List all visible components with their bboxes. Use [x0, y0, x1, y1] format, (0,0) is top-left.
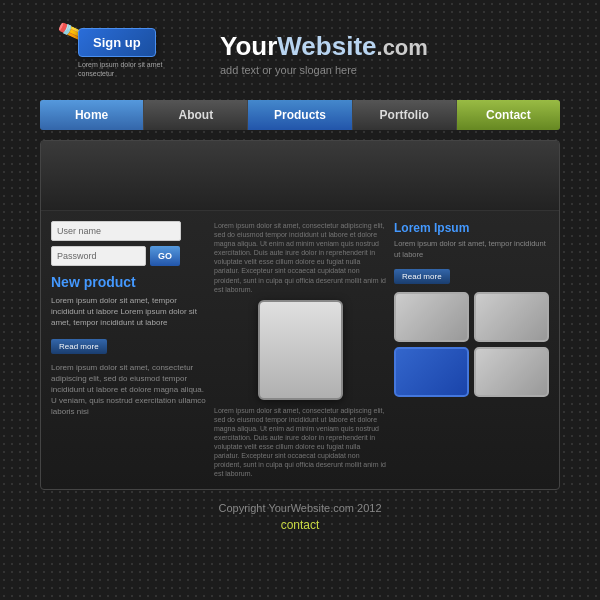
content-area: User name Password GO New product Lorem …	[41, 211, 559, 489]
signup-area: ✏️ Sign up Lorem ipsum dolor sit amet co…	[40, 18, 200, 88]
grid-item-1	[394, 292, 469, 342]
left-column: User name Password GO New product Lorem …	[51, 221, 206, 479]
contact-link[interactable]: contact	[218, 518, 381, 532]
username-placeholder: User name	[57, 226, 101, 236]
signup-badge[interactable]: Sign up	[78, 28, 156, 57]
product-grid	[394, 292, 549, 397]
signup-subtext: Lorem ipsum dolor sit amet consectetur	[78, 60, 188, 78]
read-more-button-2[interactable]: Read more	[394, 269, 450, 284]
grid-item-3	[394, 347, 469, 397]
copyright-text: Copyright YourWebsite.com 2012	[218, 502, 381, 514]
site-com: .com	[377, 35, 428, 60]
go-button[interactable]: GO	[150, 246, 180, 266]
read-more-button[interactable]: Read more	[51, 339, 107, 354]
product-card	[258, 300, 343, 400]
nav-about[interactable]: About	[144, 100, 248, 130]
middle-column: Lorem ipsum dolor sit amet, consectetur …	[214, 221, 386, 479]
right-body-text: Lorem ipsum dolor sit amet, tempor incid…	[394, 239, 549, 260]
site-title-area: YourWebsite.com add text or your slogan …	[200, 31, 560, 76]
right-column: Lorem Ipsum Lorem ipsum dolor sit amet, …	[394, 221, 549, 479]
header: ✏️ Sign up Lorem ipsum dolor sit amet co…	[40, 18, 560, 88]
mid-lorem-text2: Lorem ipsum dolor sit amet, consectetur …	[214, 406, 386, 479]
username-field[interactable]: User name	[51, 221, 181, 241]
grid-item-4	[474, 347, 549, 397]
bottom-left-text: Lorem ipsum dolor sit amet, consectetur …	[51, 362, 206, 418]
navigation: Home About Products Portfolio Contact	[40, 100, 560, 130]
password-field[interactable]: Password	[51, 246, 146, 266]
grid-item-2	[474, 292, 549, 342]
nav-portfolio[interactable]: Portfolio	[353, 100, 457, 130]
left-body-text: Lorem ipsum dolor sit amet, tempor incid…	[51, 295, 206, 329]
main-box: User name Password GO New product Lorem …	[40, 140, 560, 490]
new-product-title: New product	[51, 274, 206, 290]
nav-home[interactable]: Home	[40, 100, 144, 130]
site-slogan: add text or your slogan here	[220, 64, 560, 76]
password-placeholder: Password	[57, 251, 97, 261]
site-your: Your	[220, 31, 277, 61]
footer: Copyright YourWebsite.com 2012 contact	[218, 502, 381, 532]
site-title: YourWebsite.com	[220, 31, 560, 62]
site-name: Website	[277, 31, 376, 61]
nav-contact[interactable]: Contact	[457, 100, 560, 130]
banner	[41, 141, 559, 211]
page-wrapper: ✏️ Sign up Lorem ipsum dolor sit amet co…	[0, 0, 600, 600]
password-row: Password GO	[51, 246, 206, 266]
nav-products[interactable]: Products	[248, 100, 352, 130]
mid-lorem-text: Lorem ipsum dolor sit amet, consectetur …	[214, 221, 386, 294]
lorem-ipsum-title: Lorem Ipsum	[394, 221, 549, 235]
